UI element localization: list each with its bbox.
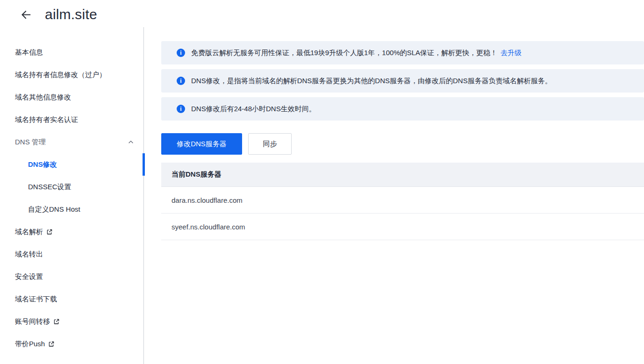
sidebar-group-dns-management[interactable]: DNS 管理 [0,131,143,153]
external-link-icon [53,318,60,325]
info-icon: i [177,49,185,57]
sidebar-item-basic-info[interactable]: 基本信息 [0,41,143,64]
sidebar-item-label: DNSSEC设置 [28,183,72,192]
sidebar-item-domain-transfer-out[interactable]: 域名转出 [0,243,143,265]
sidebar-item-push-with-price[interactable]: 带价Push [0,333,143,355]
sidebar-item-realname-auth[interactable]: 域名持有者实名认证 [0,108,143,131]
sidebar-item-label: 安全设置 [15,272,43,281]
chevron-up-icon [128,139,134,147]
arrow-left-icon [19,8,32,21]
modify-dns-server-button[interactable]: 修改DNS服务器 [161,133,242,155]
upgrade-link[interactable]: 去升级 [501,49,522,57]
sidebar-item-certificate-download[interactable]: 域名证书下载 [0,288,143,310]
dns-effective-time-banner: i DNS修改后有24-48小时DNS生效时间。 [161,97,644,121]
dns-server-table: 当前DNS服务器 dara.ns.cloudflare.com syeef.ns… [161,163,644,240]
sidebar-item-security-settings[interactable]: 安全设置 [0,265,143,288]
content-area: i 免费版云解析无服务可用性保证，最低19块9升级个人版1年，100%的SLA保… [144,27,644,364]
sidebar-item-label: 基本信息 [15,48,43,57]
info-icon: i [177,77,185,85]
sidebar-item-holder-info-transfer[interactable]: 域名持有者信息修改（过户） [0,64,143,86]
sidebar-item-label: 带价Push [15,340,45,349]
sidebar-item-label: 自定义DNS Host [28,205,80,214]
dns-server-value: syeef.ns.cloudflare.com [172,223,245,231]
dns-server-value: dara.ns.cloudflare.com [172,196,243,204]
sidebar-item-label: 域名证书下载 [15,295,57,304]
sidebar-item-label: 域名其他信息修改 [15,93,71,102]
sidebar: 基本信息 域名持有者信息修改（过户） 域名其他信息修改 域名持有者实名认证 DN… [0,27,144,364]
banner-text: DNS修改后有24-48小时DNS生效时间。 [191,105,316,114]
main-layout: 基本信息 域名持有者信息修改（过户） 域名其他信息修改 域名持有者实名认证 DN… [0,27,644,364]
active-indicator [143,153,145,176]
sidebar-item-dns-modify[interactable]: DNS修改 [0,153,143,176]
page-title: ailm.site [45,7,97,22]
toolbar: 修改DNS服务器 同步 [161,133,644,155]
sidebar-item-label: 账号间转移 [15,317,50,326]
table-row: dara.ns.cloudflare.com [161,187,644,214]
sidebar-item-custom-dns-host[interactable]: 自定义DNS Host [0,198,143,221]
sidebar-item-domain-resolution[interactable]: 域名解析 [0,221,143,243]
upgrade-banner: i 免费版云解析无服务可用性保证，最低19块9升级个人版1年，100%的SLA保… [161,41,644,64]
external-link-icon [48,341,55,347]
sidebar-item-dnssec[interactable]: DNSSEC设置 [0,176,143,198]
sidebar-item-label: 域名持有者实名认证 [15,115,78,124]
info-icon: i [177,105,185,113]
sidebar-item-account-transfer[interactable]: 账号间转移 [0,310,143,333]
banner-text: DNS修改，是指将当前域名的解析DNS服务器更换为其他的DNS服务器，由修改后的… [191,77,552,86]
sidebar-item-label: DNS修改 [28,160,57,169]
sync-button[interactable]: 同步 [248,133,292,155]
banner-text: 免费版云解析无服务可用性保证，最低19块9升级个人版1年，100%的SLA保证，… [191,49,497,57]
sidebar-group-label: DNS 管理 [15,138,46,147]
external-link-icon [46,228,53,235]
page-header: ailm.site [0,0,644,27]
sidebar-item-label: 域名持有者信息修改（过户） [15,71,106,79]
sidebar-item-label: 域名解析 [15,228,43,236]
sidebar-item-label: 域名转出 [15,250,43,259]
sidebar-item-other-info[interactable]: 域名其他信息修改 [0,86,143,108]
table-header-current-dns: 当前DNS服务器 [161,163,644,187]
back-button[interactable] [19,8,32,21]
dns-modify-explanation-banner: i DNS修改，是指将当前域名的解析DNS服务器更换为其他的DNS服务器，由修改… [161,69,644,93]
table-row: syeef.ns.cloudflare.com [161,214,644,240]
